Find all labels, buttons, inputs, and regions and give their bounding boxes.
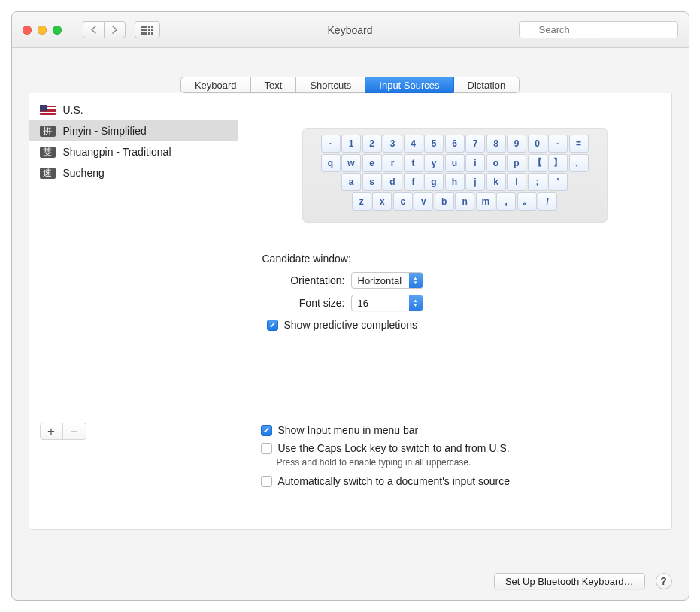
keyboard-key: / bbox=[538, 192, 557, 211]
source-detail: ·1234567890-= qwertyuiop【】、 asdfghjkl;' … bbox=[238, 86, 671, 418]
keyboard-key: 【 bbox=[528, 154, 547, 172]
tab-keyboard[interactable]: Keyboard bbox=[180, 77, 250, 93]
keyboard-key: q bbox=[321, 154, 341, 172]
caps-lock-switch-label: Use the Caps Lock key to switch to and f… bbox=[278, 442, 510, 454]
keyboard-preview: ·1234567890-= qwertyuiop【】、 asdfghjkl;' … bbox=[302, 128, 608, 223]
keyboard-key: j bbox=[465, 173, 485, 191]
show-input-menu-checkbox[interactable] bbox=[261, 425, 272, 436]
keyboard-key: u bbox=[445, 154, 465, 172]
footer: Set Up Bluetooth Keyboard… ? bbox=[29, 573, 672, 589]
grid-icon bbox=[141, 26, 154, 35]
predictive-completions-checkbox[interactable] bbox=[267, 320, 278, 331]
add-source-button[interactable]: + bbox=[41, 423, 63, 439]
stepper-arrows-icon bbox=[409, 295, 423, 311]
tab-segmented-control: Keyboard Text Shortcuts Input Sources Di… bbox=[180, 77, 520, 93]
fontsize-value: 16 bbox=[352, 298, 409, 309]
keyboard-key: 7 bbox=[465, 135, 485, 153]
close-window-button[interactable] bbox=[23, 26, 32, 35]
help-button[interactable]: ? bbox=[656, 573, 672, 589]
show-input-menu-label: Show Input menu in menu bar bbox=[278, 424, 419, 436]
source-label: Pinyin - Simplified bbox=[63, 125, 147, 137]
fontsize-label: Font size: bbox=[262, 297, 351, 309]
source-pinyin-simplified[interactable]: 拼 Pinyin - Simplified bbox=[29, 120, 238, 141]
keyboard-key: g bbox=[424, 173, 444, 191]
keyboard-key: 0 bbox=[528, 135, 547, 153]
keyboard-key: z bbox=[352, 192, 371, 211]
orientation-popup[interactable]: Horizontal bbox=[351, 272, 423, 289]
keyboard-key: k bbox=[486, 173, 506, 191]
keyboard-key: y bbox=[424, 154, 444, 172]
tab-dictation[interactable]: Dictation bbox=[453, 77, 520, 93]
keyboard-key: 9 bbox=[507, 135, 526, 153]
keyboard-key: ; bbox=[528, 173, 547, 191]
shuangpin-icon: 雙 bbox=[40, 147, 56, 158]
keyboard-key: = bbox=[569, 135, 589, 153]
add-remove-control: + − bbox=[40, 423, 86, 440]
keyboard-key: , bbox=[496, 192, 516, 211]
titlebar: Keyboard bbox=[12, 12, 689, 48]
keyboard-key: 6 bbox=[445, 135, 465, 153]
keyboard-key: 。 bbox=[517, 192, 537, 211]
predictive-completions-label: Show predictive completions bbox=[284, 319, 417, 331]
source-label: Sucheng bbox=[63, 167, 105, 179]
show-all-button[interactable] bbox=[135, 21, 161, 38]
tab-text[interactable]: Text bbox=[250, 77, 296, 93]
tab-bar: Keyboard Text Shortcuts Input Sources Di… bbox=[12, 48, 689, 93]
source-us[interactable]: U.S. bbox=[29, 99, 238, 120]
preferences-window: Keyboard Keyboard Text Shortcuts Input S… bbox=[11, 11, 689, 601]
stepper-arrows-icon bbox=[409, 273, 423, 288]
remove-source-button[interactable]: − bbox=[63, 423, 86, 439]
keyboard-key: l bbox=[507, 173, 526, 191]
source-shuangpin-traditional[interactable]: 雙 Shuangpin - Traditional bbox=[29, 141, 238, 162]
search-input[interactable] bbox=[519, 21, 678, 38]
keyboard-key: 4 bbox=[404, 135, 423, 153]
keyboard-key: · bbox=[321, 135, 341, 153]
keyboard-key: ' bbox=[548, 173, 568, 191]
keyboard-key: 2 bbox=[362, 135, 382, 153]
keyboard-key: f bbox=[404, 173, 423, 191]
orientation-label: Orientation: bbox=[262, 274, 351, 286]
keyboard-key: t bbox=[404, 154, 423, 172]
keyboard-key: b bbox=[435, 192, 454, 211]
source-label: Shuangpin - Traditional bbox=[63, 146, 171, 158]
auto-switch-label: Automatically switch to a document's inp… bbox=[278, 475, 511, 487]
auto-switch-checkbox[interactable] bbox=[261, 476, 272, 487]
fontsize-popup[interactable]: 16 bbox=[351, 295, 423, 311]
pinyin-icon: 拼 bbox=[40, 126, 56, 137]
tab-shortcuts[interactable]: Shortcuts bbox=[295, 77, 365, 93]
keyboard-key: x bbox=[372, 192, 392, 211]
input-source-list[interactable]: U.S. 拼 Pinyin - Simplified 雙 Shuangpin -… bbox=[29, 86, 238, 418]
keyboard-key: e bbox=[362, 154, 382, 172]
keyboard-key: p bbox=[507, 154, 526, 172]
panel-bottom: + − Show Input menu in menu bar Use the … bbox=[29, 418, 671, 496]
caps-lock-hint: Press and hold to enable typing in all u… bbox=[259, 457, 511, 468]
keyboard-key: - bbox=[548, 135, 568, 153]
chevron-right-icon bbox=[111, 26, 118, 34]
candidate-window-title: Candidate window: bbox=[262, 253, 650, 265]
minimize-window-button[interactable] bbox=[38, 26, 47, 35]
keyboard-key: v bbox=[414, 192, 433, 211]
keyboard-key: 、 bbox=[569, 154, 589, 172]
keyboard-key: 1 bbox=[341, 135, 361, 153]
orientation-value: Horizontal bbox=[352, 275, 409, 286]
global-options: Show Input menu in menu bar Use the Caps… bbox=[259, 423, 511, 487]
keyboard-key: 】 bbox=[548, 154, 568, 172]
us-flag-icon bbox=[40, 105, 56, 115]
tab-input-sources[interactable]: Input Sources bbox=[365, 77, 453, 93]
chevron-left-icon bbox=[90, 26, 97, 34]
source-label: U.S. bbox=[63, 104, 83, 116]
forward-button[interactable] bbox=[104, 21, 126, 38]
back-button[interactable] bbox=[83, 21, 104, 38]
keyboard-key: w bbox=[341, 154, 361, 172]
keyboard-key: a bbox=[341, 173, 361, 191]
sucheng-icon: 速 bbox=[40, 168, 56, 179]
keyboard-key: s bbox=[362, 173, 382, 191]
keyboard-key: n bbox=[455, 192, 474, 211]
source-sucheng[interactable]: 速 Sucheng bbox=[29, 162, 238, 183]
zoom-window-button[interactable] bbox=[53, 26, 62, 35]
caps-lock-switch-checkbox[interactable] bbox=[261, 443, 272, 454]
candidate-window-section: Candidate window: Orientation: Horizonta… bbox=[259, 253, 650, 331]
keyboard-key: m bbox=[476, 192, 495, 211]
setup-bluetooth-button[interactable]: Set Up Bluetooth Keyboard… bbox=[494, 573, 645, 589]
keyboard-key: r bbox=[383, 154, 402, 172]
